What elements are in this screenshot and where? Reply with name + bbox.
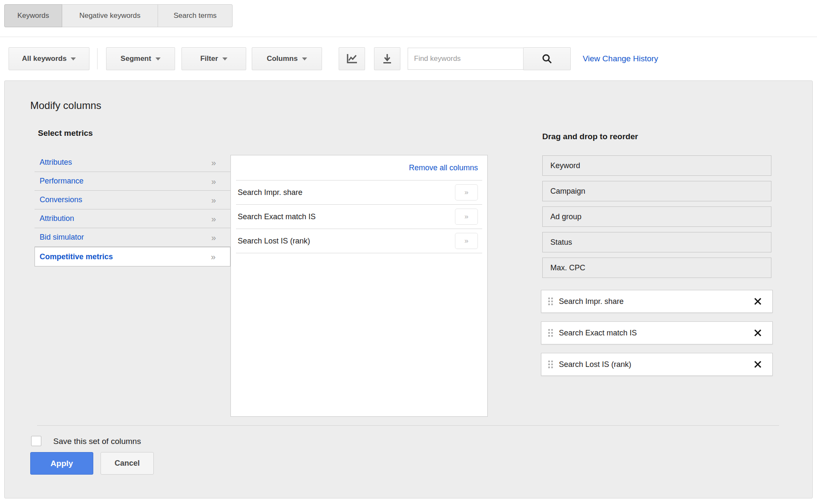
double-chevron-icon: » (211, 233, 216, 242)
add-column-button[interactable]: » (455, 233, 478, 249)
double-chevron-icon: » (211, 196, 216, 204)
category-label: Conversions (40, 195, 82, 204)
remove-item-button[interactable] (753, 359, 763, 369)
close-icon (754, 329, 762, 337)
download-icon (382, 53, 392, 64)
filter-dropdown-button[interactable]: Filter (181, 47, 246, 70)
column-label: Search Lost IS (rank) (238, 237, 310, 246)
tab-negative-keywords[interactable]: Negative keywords (62, 4, 158, 27)
save-columns-checkbox[interactable] (31, 436, 41, 446)
metric-category-list: Attributes » Performance » Conversions »… (35, 153, 230, 266)
reorder-item-campaign: Campaign (542, 181, 771, 201)
tab-label: Negative keywords (79, 11, 141, 20)
draggable-item-search-exact-match-is[interactable]: Search Exact match IS (541, 321, 773, 344)
caret-down-icon (222, 57, 227, 60)
item-label: Keyword (550, 161, 580, 170)
category-attributes[interactable]: Attributes » (35, 153, 230, 172)
line-chart-icon (346, 53, 358, 64)
columns-dropdown-button[interactable]: Columns (252, 47, 322, 70)
magnifier-icon (541, 53, 552, 64)
tab-label: Keywords (17, 11, 49, 20)
segment-label: Segment (121, 54, 151, 63)
drag-handle-icon[interactable] (548, 298, 553, 305)
item-label: Status (550, 238, 572, 247)
caret-down-icon (71, 57, 76, 60)
double-chevron-icon: » (211, 158, 216, 167)
cancel-button[interactable]: Cancel (101, 452, 154, 475)
double-chevron-icon: » (211, 252, 216, 261)
save-columns-label: Save this set of columns (53, 437, 141, 446)
drag-handle-icon[interactable] (548, 329, 553, 337)
reorder-item-status: Status (542, 232, 771, 252)
category-attribution[interactable]: Attribution » (35, 209, 230, 228)
download-button[interactable] (374, 47, 400, 70)
apply-button[interactable]: Apply (30, 452, 93, 475)
view-tabs: Keywords Negative keywords Search terms (4, 4, 233, 27)
segment-dropdown-button[interactable]: Segment (106, 47, 175, 70)
drag-handle-icon[interactable] (548, 361, 553, 368)
page-title: Modify columns (30, 100, 101, 112)
toolbar-divider (97, 48, 98, 69)
selected-column-row: Search Lost IS (rank) » (231, 229, 487, 253)
view-change-history-link[interactable]: View Change History (583, 47, 658, 71)
search-button[interactable] (523, 47, 571, 70)
category-label: Competitive metrics (40, 252, 113, 261)
tab-bar-divider (0, 37, 817, 37)
item-label: Search Exact match IS (559, 329, 753, 338)
reorder-item-ad-group: Ad group (542, 206, 771, 227)
category-conversions[interactable]: Conversions » (35, 191, 230, 209)
footer-separator (37, 425, 779, 426)
separator (236, 253, 482, 253)
tab-label: Search terms (173, 11, 216, 20)
item-label: Search Impr. share (559, 297, 753, 306)
select-metrics-heading: Select metrics (38, 129, 93, 138)
item-label: Campaign (550, 187, 585, 196)
item-label: Ad group (550, 212, 581, 221)
remove-all-columns-link[interactable]: Remove all columns (409, 163, 478, 172)
selected-column-row: Search Impr. share » (231, 180, 487, 204)
close-icon (754, 297, 762, 306)
column-label: Search Exact match IS (238, 212, 316, 221)
category-bid-simulator[interactable]: Bid simulator » (35, 228, 230, 247)
add-column-button[interactable]: » (455, 209, 478, 225)
category-label: Performance (40, 177, 83, 186)
close-icon (754, 360, 762, 369)
tab-keywords[interactable]: Keywords (4, 4, 62, 27)
add-column-button[interactable]: » (455, 184, 478, 200)
caret-down-icon (302, 57, 307, 60)
caret-down-icon (155, 57, 161, 60)
category-performance[interactable]: Performance » (35, 172, 230, 191)
draggable-item-search-impr-share[interactable]: Search Impr. share (541, 290, 773, 313)
columns-label: Columns (267, 54, 298, 63)
filter-label: Filter (200, 54, 218, 63)
reorder-item-max-cpc: Max. CPC (542, 258, 771, 278)
item-label: Search Lost IS (rank) (559, 360, 753, 369)
category-label: Bid simulator (40, 233, 84, 242)
scope-dropdown-button[interactable]: All keywords (9, 47, 89, 70)
draggable-item-search-lost-is-rank[interactable]: Search Lost IS (rank) (541, 353, 773, 376)
category-label: Attributes (40, 158, 72, 167)
modify-columns-panel: Modify columns Select metrics Attributes… (4, 80, 813, 498)
reorder-item-keyword: Keyword (542, 155, 771, 176)
keywords-toolbar: All keywords Segment Filter Columns View… (0, 47, 817, 71)
remove-item-button[interactable] (753, 328, 763, 338)
selected-column-row: Search Exact match IS » (231, 205, 487, 229)
reorder-heading: Drag and drop to reorder (542, 132, 638, 141)
item-label: Max. CPC (550, 263, 585, 272)
remove-item-button[interactable] (753, 296, 763, 306)
category-label: Attribution (40, 214, 74, 223)
selected-columns-panel: Remove all columns Search Impr. share » … (230, 155, 488, 417)
chart-button[interactable] (339, 47, 365, 70)
column-label: Search Impr. share (238, 188, 302, 197)
category-competitive-metrics[interactable]: Competitive metrics » (35, 247, 230, 266)
double-chevron-icon: » (211, 215, 216, 223)
scope-dropdown-label: All keywords (22, 54, 67, 63)
find-keywords-input[interactable] (408, 48, 524, 70)
tab-search-terms[interactable]: Search terms (158, 4, 233, 27)
double-chevron-icon: » (211, 177, 216, 186)
